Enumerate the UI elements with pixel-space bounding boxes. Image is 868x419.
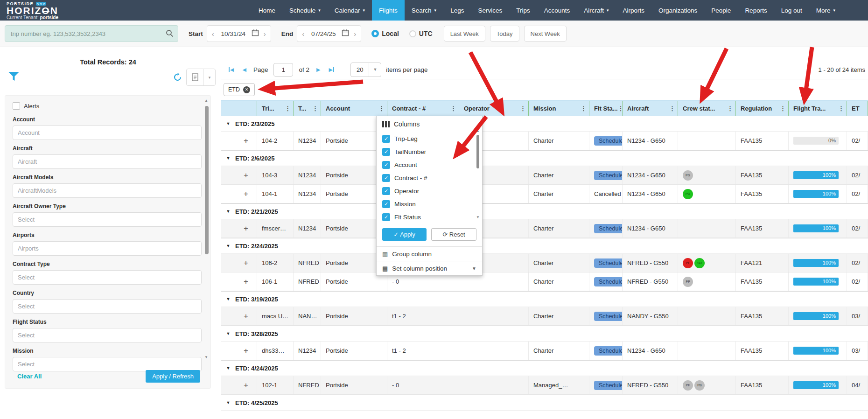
collapse-group-icon[interactable]: ▼ xyxy=(221,331,235,336)
nav-item-search[interactable]: Search▾ xyxy=(405,0,443,21)
nav-item-aircraft[interactable]: Aircraft▾ xyxy=(577,0,616,21)
column-menu-icon[interactable]: ⋮ xyxy=(780,105,786,112)
expand-row-icon[interactable]: + xyxy=(244,277,248,286)
collapse-group-icon[interactable]: ▼ xyxy=(221,297,235,301)
column-header-trip[interactable]: Tri...⋮ xyxy=(257,101,294,116)
scroll-up-icon[interactable]: ▲ xyxy=(204,98,208,103)
end-next-icon[interactable]: › xyxy=(353,30,357,38)
apply-refresh-button[interactable]: Apply / Refresh xyxy=(146,370,200,383)
start-next-icon[interactable]: › xyxy=(263,30,267,38)
contract-type-input[interactable] xyxy=(13,270,202,285)
column-toggle-operator[interactable]: ✓Operator xyxy=(382,184,476,197)
collapse-group-icon[interactable]: ▼ xyxy=(221,244,235,248)
set-column-position-item[interactable]: ▤ Set column position ▼ xyxy=(382,261,476,275)
page-number-input[interactable] xyxy=(273,63,293,77)
utc-radio[interactable]: UTC xyxy=(409,30,433,37)
collapse-group-icon[interactable]: ▼ xyxy=(221,366,235,370)
column-header-operator[interactable]: Operator⋮ xyxy=(459,101,529,116)
expand-row-icon[interactable]: + xyxy=(244,171,248,180)
column-menu-icon[interactable]: ⋮ xyxy=(838,105,844,112)
last-week-button[interactable]: Last Week xyxy=(444,26,485,42)
nav-item-services[interactable]: Services xyxy=(471,0,509,21)
collapse-group-icon[interactable]: ▼ xyxy=(221,209,235,214)
collapse-group-icon[interactable]: ▼ xyxy=(221,156,235,161)
filter-funnel-icon[interactable] xyxy=(8,72,19,83)
column-menu-icon[interactable]: ⋮ xyxy=(312,105,318,112)
column-header-tail[interactable]: T...⋮ xyxy=(294,101,321,116)
expand-row-icon[interactable]: + xyxy=(244,381,248,390)
account-input[interactable] xyxy=(13,126,202,140)
column-menu-icon[interactable]: ⋮ xyxy=(285,105,291,112)
prev-page-icon[interactable]: ◀ xyxy=(242,67,246,73)
nav-item-home[interactable]: Home xyxy=(252,0,282,21)
column-header-aircraft[interactable]: Aircraft⋮ xyxy=(623,101,678,116)
nav-item-reports[interactable]: Reports xyxy=(738,0,774,21)
expand-row-icon[interactable]: + xyxy=(244,258,248,268)
column-header-mission[interactable]: Mission⋮ xyxy=(529,101,589,116)
search-icon[interactable] xyxy=(166,29,174,39)
calendar-icon[interactable] xyxy=(342,29,349,38)
scroll-down-icon[interactable]: ▼ xyxy=(204,355,208,359)
items-per-page-select[interactable]: 20 ▼ xyxy=(350,63,381,77)
apply-columns-button[interactable]: ✓ Apply xyxy=(382,228,427,241)
end-prev-icon[interactable]: ‹ xyxy=(301,30,305,38)
aircraft-models-input[interactable] xyxy=(13,183,202,198)
column-menu-icon[interactable]: ⋮ xyxy=(450,105,456,112)
scrollbar-thumb[interactable] xyxy=(476,135,479,168)
export-split-button[interactable]: ▾ xyxy=(186,69,216,86)
sidebar-scrollbar[interactable]: ▲ ▼ xyxy=(204,98,210,388)
expand-row-icon[interactable]: + xyxy=(244,312,248,321)
group-column-item[interactable]: ▦ Group column xyxy=(382,247,476,261)
nav-item-log-out[interactable]: Log out xyxy=(774,0,809,21)
nav-item-schedule[interactable]: Schedule▾ xyxy=(282,0,328,21)
column-header-fltstatus[interactable]: Flt Sta...⋮ xyxy=(589,101,623,116)
nav-item-calendar[interactable]: Calendar▾ xyxy=(328,0,372,21)
etd-filter-chip[interactable]: ETD ✕ xyxy=(224,83,255,96)
column-header-regulation[interactable]: Regulation⋮ xyxy=(736,101,789,116)
column-header-crew[interactable]: Crew stat...⋮ xyxy=(678,101,736,116)
column-header-account[interactable]: Account⋮ xyxy=(321,101,387,116)
flight-status-input[interactable] xyxy=(13,328,202,342)
calendar-icon[interactable] xyxy=(252,29,259,38)
refresh-icon[interactable] xyxy=(173,73,182,84)
nav-item-accounts[interactable]: Accounts xyxy=(537,0,577,21)
start-date-value[interactable]: 10/31/24 xyxy=(219,30,248,37)
country-input[interactable] xyxy=(13,299,202,314)
scroll-down-icon[interactable]: ▼ xyxy=(476,215,480,219)
trip-search-input[interactable] xyxy=(5,25,178,42)
collapse-group-icon[interactable]: ▼ xyxy=(221,121,235,126)
column-menu-icon[interactable]: ⋮ xyxy=(520,105,526,112)
column-menu-icon[interactable]: ⋮ xyxy=(378,105,385,112)
local-radio[interactable]: Local xyxy=(371,30,399,37)
column-toggle-mission[interactable]: ✓Mission xyxy=(382,197,476,210)
airports-input[interactable] xyxy=(13,241,202,256)
column-toggle-trip-leg[interactable]: ✓Trip-Leg xyxy=(382,132,476,145)
today-button[interactable]: Today xyxy=(490,26,519,42)
last-page-icon[interactable]: ▶ xyxy=(329,67,334,73)
column-menu-icon[interactable]: ⋮ xyxy=(618,105,623,112)
expand-row-icon[interactable]: + xyxy=(244,224,248,233)
column-menu-icon[interactable]: ⋮ xyxy=(669,105,675,112)
column-toggle-tailnumber[interactable]: ✓TailNumber xyxy=(382,145,476,158)
column-header-contract[interactable]: Contract - #⋮ xyxy=(387,101,459,116)
nav-item-organizations[interactable]: Organizations xyxy=(651,0,704,21)
expand-row-icon[interactable]: + xyxy=(244,189,248,199)
aircraft-owner-type-input[interactable] xyxy=(13,212,202,227)
first-page-icon[interactable]: ◀ xyxy=(229,67,234,73)
column-toggle-flt-status[interactable]: ✓Flt Status xyxy=(382,210,476,223)
nav-item-legs[interactable]: Legs xyxy=(443,0,471,21)
start-prev-icon[interactable]: ‹ xyxy=(211,30,215,38)
nav-item-people[interactable]: People xyxy=(704,0,738,21)
next-week-button[interactable]: Next Week xyxy=(524,26,567,42)
nav-item-airports[interactable]: Airports xyxy=(616,0,652,21)
nav-item-trips[interactable]: Trips xyxy=(509,0,537,21)
expand-row-icon[interactable]: + xyxy=(244,136,248,146)
collapse-group-icon[interactable]: ▼ xyxy=(221,400,235,405)
aircraft-input[interactable] xyxy=(13,154,202,169)
mission-input[interactable] xyxy=(13,357,202,371)
next-page-icon[interactable]: ▶ xyxy=(316,67,320,73)
end-date-value[interactable]: 07/24/25 xyxy=(309,30,338,37)
remove-chip-icon[interactable]: ✕ xyxy=(243,86,250,93)
nav-item-flights[interactable]: Flights xyxy=(372,0,405,21)
scroll-up-icon[interactable]: ▲ xyxy=(476,129,480,133)
